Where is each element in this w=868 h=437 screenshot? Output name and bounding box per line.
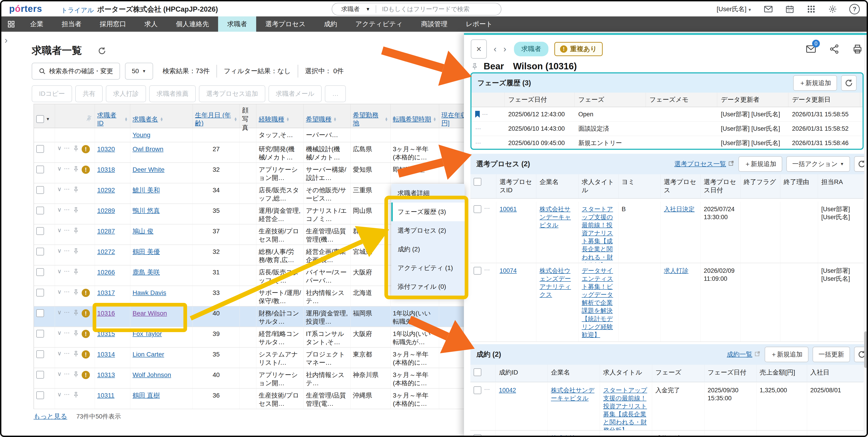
expand-chevron-icon[interactable]: ∨ [57, 392, 62, 397]
contract-id-link[interactable]: 10049 [499, 435, 516, 437]
more-actions-icon[interactable]: ⋯ [475, 140, 482, 146]
candidate-name-link[interactable]: Young [132, 131, 150, 138]
nav-home-grid-icon[interactable] [1, 17, 21, 32]
context-menu-item[interactable]: 求職者詳細 [391, 184, 465, 202]
candidate-id-link[interactable]: 10272 [97, 248, 115, 255]
candidate-name-link[interactable]: Hawk Davis [132, 289, 166, 296]
pin-icon[interactable] [471, 62, 478, 70]
more-actions-icon[interactable]: ⋯ [64, 371, 70, 377]
row-checkbox[interactable] [36, 145, 44, 153]
pin-icon[interactable] [72, 248, 80, 257]
porters-logo[interactable]: pórters [9, 4, 42, 14]
bulk-update-button[interactable]: 一括更新 [812, 347, 850, 362]
row-checkbox[interactable] [36, 289, 44, 296]
candidate-name-link[interactable]: Wolf Johnson [132, 371, 171, 378]
candidate-name-link[interactable]: 鶴田 美優 [132, 248, 160, 255]
more-actions-icon[interactable]: ⋯ [64, 392, 70, 397]
context-menu-item[interactable]: 成約 (2) [391, 240, 465, 259]
add-contract-button[interactable]: ＋新規追加 [765, 347, 808, 362]
column-header-label[interactable]: 求職者ID [97, 111, 123, 127]
select-all-checkbox[interactable] [473, 178, 481, 186]
candidate-id-link[interactable]: 10315 [97, 330, 115, 337]
more-actions-icon[interactable]: ⋯ [64, 145, 70, 151]
more-actions-icon[interactable]: ⋯ [484, 434, 491, 437]
gear-icon[interactable] [828, 4, 837, 14]
more-actions-icon[interactable]: ⋯ [64, 227, 70, 233]
more-actions-icon[interactable]: ⋯ [64, 248, 70, 254]
sidebar-expand-chevron[interactable]: › [5, 35, 7, 45]
pin-icon[interactable] [72, 330, 80, 339]
bookmark-icon[interactable] [475, 111, 480, 118]
process-link[interactable]: 求人打診 [664, 267, 688, 274]
row-checkbox[interactable] [36, 248, 44, 255]
search-conditions-button[interactable]: 検索条件の確認・変更 [32, 63, 120, 80]
column-header-label[interactable]: 希望職種 [306, 115, 332, 123]
expand-chevron-icon[interactable]: ∨ [57, 309, 62, 315]
global-search-input[interactable]: IDもしくはフリーワードで検索 [376, 5, 470, 13]
candidate-id-link[interactable]: 10320 [97, 146, 115, 153]
company-link[interactable]: 株式会社ウェンズデーアナリティクス [551, 435, 595, 437]
process-link[interactable]: 入社日決定 [664, 206, 694, 213]
more-actions-icon[interactable]: ⋯ [64, 207, 70, 213]
column-header-label[interactable]: 生年月日 (年齢) [195, 111, 232, 127]
selection-id-link[interactable]: 10061 [500, 206, 517, 213]
row-checkbox[interactable] [473, 205, 481, 213]
list-action-button[interactable]: 選考プロセス追加 [199, 85, 265, 102]
help-icon[interactable]: ? [849, 4, 860, 14]
candidate-name-link[interactable]: 鳩山 俊 [132, 228, 154, 235]
context-menu-item[interactable]: 添付ファイル (0) [391, 277, 465, 296]
expand-chevron-icon[interactable]: ∨ [57, 227, 62, 233]
nav-tab-採用窓口[interactable]: 採用窓口 [91, 17, 135, 32]
context-menu-item[interactable]: フェーズ履歴 (3) [391, 202, 465, 221]
candidate-id-link[interactable]: 10317 [97, 289, 115, 296]
nav-tab-担当者[interactable]: 担当者 [53, 17, 91, 32]
nav-tab-選考プロセス[interactable]: 選考プロセス [256, 17, 315, 32]
caret-down-icon[interactable]: ▼ [46, 117, 50, 122]
candidate-name-link[interactable]: Bear Wilson [132, 310, 167, 317]
candidate-name-link[interactable]: 鴨川 悠真 [132, 207, 160, 214]
candidate-name-link[interactable]: 鹿島 美咲 [132, 269, 160, 276]
expand-chevron-icon[interactable]: ∨ [57, 371, 62, 377]
pin-icon[interactable] [72, 309, 80, 318]
sort-icon[interactable]: ▲▼ [286, 117, 289, 121]
company-link[interactable]: 株式会社サンデーキャピタル [551, 387, 594, 402]
candidate-name-link[interactable]: Fox Taylor [132, 330, 162, 337]
list-action-button[interactable]: 求職者推薦 [149, 85, 196, 102]
column-header-label[interactable]: 求職者名 [132, 115, 158, 123]
row-checkbox[interactable] [473, 386, 481, 394]
duplicate-badge[interactable]: ! 重複あり [554, 42, 602, 56]
contract-id-link[interactable]: 10042 [499, 387, 516, 394]
sort-icon[interactable]: ▲▼ [234, 117, 237, 121]
pin-icon[interactable] [72, 186, 80, 195]
context-menu-item[interactable]: 選考プロセス (2) [391, 221, 465, 240]
pin-icon[interactable] [72, 289, 80, 298]
more-actions-icon[interactable]: ⋯ [64, 289, 70, 295]
row-checkbox[interactable] [36, 371, 44, 379]
pin-icon[interactable] [72, 392, 80, 400]
expand-chevron-icon[interactable]: ∨ [57, 165, 62, 171]
selection-process-list-link[interactable]: 選考プロセス一覧 [674, 160, 734, 168]
row-checkbox[interactable] [36, 392, 44, 399]
more-actions-icon[interactable]: ⋯ [484, 205, 491, 211]
close-icon[interactable]: × [471, 39, 487, 59]
contracts-list-link[interactable]: 成約一覧 [727, 350, 761, 359]
job-title-link[interactable]: データサイエンティスト募集！ビッグデータ解析で企業課題を解決【統計モデリング経験… [582, 267, 613, 338]
next-record-chevron[interactable]: › [503, 44, 506, 54]
pin-slash-icon[interactable] [86, 115, 92, 123]
column-header-label[interactable]: 希望勤務地 [353, 111, 383, 127]
pin-icon[interactable] [72, 350, 80, 359]
pin-icon[interactable] [72, 165, 80, 175]
sort-icon[interactable]: ▲▼ [333, 117, 337, 121]
context-menu-item[interactable]: アクティビティ (1) [391, 259, 465, 277]
candidate-id-link[interactable]: 10289 [97, 207, 115, 214]
candidate-name-link[interactable]: Owl Brown [132, 146, 163, 153]
search-category-select[interactable]: 求職者 [332, 5, 366, 13]
global-search[interactable]: 求職者 ▼ IDもしくはフリーワードで検索 [332, 3, 501, 15]
nav-tab-アクティビティ[interactable]: アクティビティ [346, 17, 412, 32]
nav-tab-レポート[interactable]: レポート [457, 17, 502, 32]
sort-icon[interactable]: ▲▼ [384, 117, 388, 121]
expand-chevron-icon[interactable]: ∨ [57, 268, 62, 274]
select-all-checkbox[interactable] [473, 368, 481, 376]
column-header-label[interactable]: 転職希望時期 [393, 115, 431, 123]
expand-chevron-icon[interactable]: ∨ [57, 186, 62, 192]
